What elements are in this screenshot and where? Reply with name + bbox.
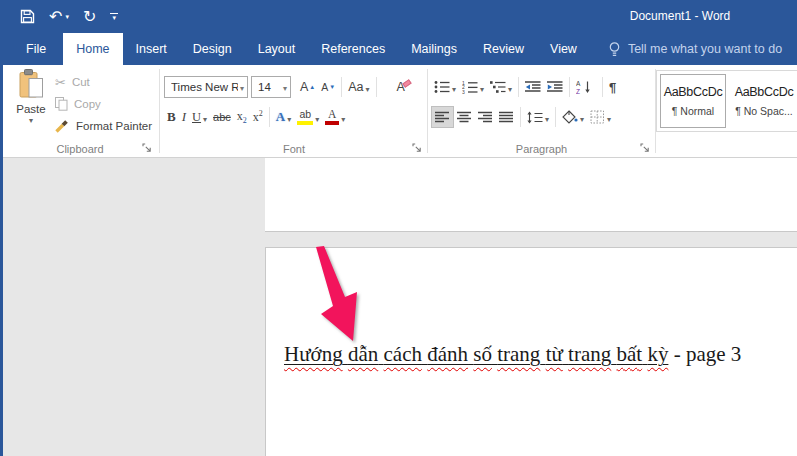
numbering-caret-icon[interactable] (478, 78, 484, 96)
misspelled-word: trang (568, 342, 611, 366)
strikethrough-button[interactable]: abc (210, 106, 234, 128)
document-title: Document1 - Word (540, 0, 797, 32)
font-size-caret-icon[interactable] (281, 81, 287, 93)
undo-dropdown-caret-icon[interactable]: ▾ (65, 13, 69, 21)
text-highlight-button[interactable]: ab (294, 106, 322, 128)
shrink-font-button[interactable]: A▼ (318, 76, 338, 98)
font-group-label: Font (161, 143, 427, 155)
numbering-button[interactable]: 1 2 3 (459, 76, 487, 98)
increase-indent-button[interactable] (544, 76, 566, 98)
decrease-indent-button[interactable] (522, 76, 544, 98)
pilcrow-icon: ¶ (609, 80, 616, 95)
tab-review[interactable]: Review (470, 33, 537, 65)
quick-access-toolbar: ↶ ▾ ↻ ▾ (20, 0, 118, 33)
format-painter-brush-icon (55, 119, 70, 133)
redo-button[interactable]: ↻ (83, 9, 96, 25)
clipboard-group-label: Clipboard (3, 143, 157, 155)
text-effects-icon: A (276, 109, 285, 125)
undo-button[interactable]: ↶ ▾ (49, 9, 69, 25)
paragraph-group: 1 2 3 (428, 65, 655, 157)
shrink-font-arrow-icon: ▼ (329, 84, 335, 90)
underline-button[interactable]: U (189, 106, 210, 128)
tab-layout[interactable]: Layout (245, 33, 309, 65)
italic-button[interactable]: I (179, 106, 189, 128)
misspelled-word: từ (546, 342, 563, 366)
text-effects-button[interactable]: A (273, 106, 294, 128)
bullets-button[interactable] (431, 76, 459, 98)
styles-gallery: AaBbCcDc ¶ Normal AaBbCcDc ¶ No Spac... (656, 70, 797, 132)
font-color-icon: A (325, 109, 339, 126)
misspelled-word: kỳ (647, 342, 668, 366)
text-effects-caret-icon[interactable] (285, 108, 291, 126)
line-spacing-icon (527, 111, 543, 124)
paragraph-dialog-launcher[interactable] (640, 143, 650, 153)
justify-button[interactable] (496, 106, 517, 128)
font-size-combobox[interactable]: 14 (251, 76, 291, 98)
undo-icon: ↶ (49, 9, 62, 25)
shading-caret-icon[interactable] (578, 108, 584, 126)
style-no-spacing[interactable]: AaBbCcDc ¶ No Spac... (731, 74, 797, 128)
clear-formatting-button[interactable]: A (394, 76, 414, 98)
tab-home[interactable]: Home (63, 33, 122, 65)
window-left-border (0, 0, 3, 456)
redo-icon: ↻ (83, 9, 96, 25)
paste-dropdown-caret-icon[interactable]: ▾ (29, 116, 33, 125)
cut-button[interactable]: ✂ Cut (55, 71, 152, 93)
show-hide-paragraph-button[interactable]: ¶ (606, 76, 619, 98)
font-dialog-launcher[interactable] (412, 143, 422, 153)
misspelled-word: trang (497, 342, 540, 366)
tab-design[interactable]: Design (180, 33, 245, 65)
line-spacing-caret-icon[interactable] (543, 108, 549, 126)
shading-button[interactable] (559, 106, 587, 128)
font-color-caret-icon[interactable] (339, 108, 345, 126)
customize-quick-access-button[interactable]: ▾ (110, 13, 118, 20)
page-above[interactable] (265, 158, 797, 232)
underline-caret-icon[interactable] (201, 108, 207, 126)
grow-font-button[interactable]: A▲ (297, 76, 318, 98)
align-right-button[interactable] (475, 106, 496, 128)
format-painter-button[interactable]: Format Painter (55, 115, 152, 137)
clipboard-dialog-launcher[interactable] (142, 143, 152, 153)
scissors-icon: ✂ (55, 75, 66, 90)
clipboard-group: Paste ▾ ✂ Cut Copy (3, 65, 157, 157)
highlight-caret-icon[interactable] (313, 108, 319, 126)
tell-me-box[interactable]: Tell me what you want to do (608, 33, 782, 65)
sort-button[interactable]: A Z (573, 76, 594, 98)
ribbon: Paste ▾ ✂ Cut Copy (3, 65, 797, 158)
subscript-button[interactable]: x2 (234, 106, 250, 128)
align-left-button[interactable] (431, 106, 454, 128)
tab-insert[interactable]: Insert (123, 33, 180, 65)
change-case-caret-icon (364, 78, 370, 96)
tab-mailings[interactable]: Mailings (398, 33, 470, 65)
title-bar: ↶ ▾ ↻ ▾ Document1 - Word (0, 0, 797, 33)
svg-text:Z: Z (576, 88, 580, 95)
copy-button[interactable]: Copy (55, 93, 152, 115)
font-color-button[interactable]: A (322, 106, 348, 128)
tab-file[interactable]: File (10, 33, 62, 65)
bullets-caret-icon[interactable] (450, 78, 456, 96)
font-name-combobox[interactable]: Times New Ro (164, 76, 248, 98)
tab-view[interactable]: View (537, 33, 590, 65)
font-name-caret-icon[interactable] (238, 81, 244, 93)
bold-button[interactable]: B (164, 106, 179, 128)
doc-plain-suffix: - page 3 (668, 342, 741, 366)
group-divider (159, 69, 160, 153)
styles-group: AaBbCcDc ¶ Normal AaBbCcDc ¶ No Spac... (656, 65, 797, 157)
paste-button[interactable]: Paste ▾ (9, 69, 53, 141)
tell-me-label: Tell me what you want to do (628, 42, 782, 56)
save-button[interactable] (20, 9, 35, 24)
misspelled-word: cách (383, 342, 421, 366)
paragraph-group-label: Paragraph (428, 143, 655, 155)
align-center-button[interactable] (454, 106, 475, 128)
multilevel-caret-icon[interactable] (506, 78, 512, 96)
paint-bucket-icon (562, 110, 578, 124)
copy-icon (55, 97, 68, 111)
style-normal[interactable]: AaBbCcDc ¶ Normal (660, 74, 726, 128)
change-case-button[interactable]: Aa (345, 76, 372, 98)
borders-caret-icon[interactable] (605, 108, 611, 126)
tab-references[interactable]: References (308, 33, 398, 65)
borders-button[interactable] (587, 106, 614, 128)
multilevel-list-button[interactable] (487, 76, 515, 98)
superscript-button[interactable]: x2 (250, 106, 266, 128)
line-spacing-button[interactable] (524, 106, 552, 128)
